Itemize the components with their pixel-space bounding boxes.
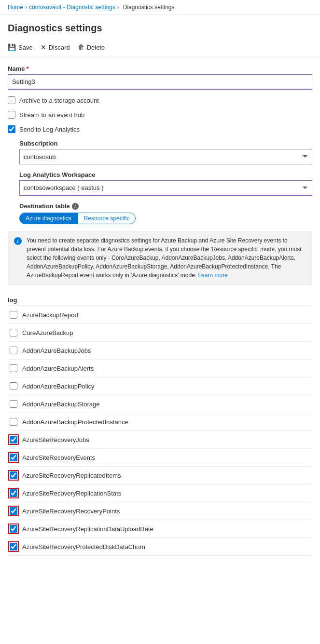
log-label-azuresiterecoveryprotecteddiskdatachurn[interactable]: AzureSiteRecoveryProtectedDiskDataChurn — [22, 543, 145, 550]
log-item: AddonAzureBackupStorage — [8, 395, 312, 413]
log-item: AzureSiteRecoveryReplicationStats — [8, 484, 312, 502]
subscription-dropdown[interactable]: contososub — [19, 149, 312, 164]
log-item: AddonAzureBackupPolicy — [8, 377, 312, 395]
content-area: Name * Archive to a storage account Stre… — [0, 57, 320, 564]
log-item: AzureSiteRecoveryProtectedDiskDataChurn — [8, 538, 312, 556]
log-item: AzureBackupReport — [8, 306, 312, 324]
delete-button[interactable]: 🗑 Delete — [78, 41, 105, 53]
log-item: AzureSiteRecoveryReplicationDataUploadRa… — [8, 520, 312, 538]
log-label-addonazurebackupjobs[interactable]: AddonAzureBackupJobs — [22, 347, 91, 354]
name-label: Name * — [8, 65, 312, 72]
destination-info-icon: i — [72, 203, 79, 210]
log-checkbox-addonazurebackupstorage[interactable] — [10, 400, 17, 408]
breadcrumb-current: Diagnostics settings — [123, 4, 175, 11]
discard-icon: ✕ — [41, 43, 46, 51]
learn-more-link[interactable]: Learn more — [198, 272, 227, 279]
archive-checkbox[interactable] — [8, 96, 15, 104]
log-label-coreazurebackup[interactable]: CoreAzureBackup — [22, 329, 73, 336]
log-item: AddonAzureBackupProtectedInstance — [8, 413, 312, 431]
discard-label: Discard — [49, 44, 70, 51]
resource-specific-toggle[interactable]: Resource specific — [78, 213, 136, 224]
archive-checkbox-row: Archive to a storage account — [8, 96, 312, 104]
breadcrumb-sep2: › — [117, 4, 119, 11]
breadcrumb-vault[interactable]: contosovault - Diagnostic settings — [29, 4, 115, 11]
log-items-container: AzureBackupReportCoreAzureBackupAddonAzu… — [8, 306, 312, 556]
log-label-addonazurebackupstorage[interactable]: AddonAzureBackupStorage — [22, 401, 99, 408]
archive-label[interactable]: Archive to a storage account — [19, 97, 99, 104]
delete-label: Delete — [87, 44, 105, 51]
log-label-azuresiterecoveryrecoverypoints[interactable]: AzureSiteRecoveryRecoveryPoints — [22, 508, 120, 515]
destination-table-group: Destination table i Azure diagnostics Re… — [19, 202, 312, 224]
subscription-field-group: Subscription contososub — [19, 140, 312, 164]
destination-table-label: Destination table i — [19, 202, 312, 210]
info-box-icon: i — [14, 237, 22, 245]
log-label-azuresiterecoveryreplicateditems[interactable]: AzureSiteRecoveryReplicatedItems — [22, 472, 121, 479]
log-checkbox-addonazurebackupjobs[interactable] — [10, 347, 17, 354]
breadcrumb-sep1: › — [25, 4, 27, 11]
log-section-header: log — [8, 293, 312, 306]
save-icon: 💾 — [8, 43, 16, 51]
log-section: log AzureBackupReportCoreAzureBackupAddo… — [8, 293, 312, 556]
log-checkbox-azuresiterecoveryreplicationdatauploadrate[interactable] — [10, 525, 17, 533]
toggle-group: Azure diagnostics Resource specific — [19, 213, 312, 224]
log-checkbox-azuresiterecoveryreplicateditems[interactable] — [10, 471, 17, 479]
log-item: AddonAzureBackupJobs — [8, 342, 312, 360]
log-checkbox-azuresiterecoveryevents[interactable] — [10, 454, 17, 461]
workspace-field-group: Log Analytics Workspace contosoworkspace… — [19, 171, 312, 196]
send-log-analytics-checkbox[interactable] — [8, 125, 15, 133]
log-label-azuresiterecoveryreplicationdatauploadrate[interactable]: AzureSiteRecoveryReplicationDataUploadRa… — [22, 525, 153, 533]
log-item: AddonAzureBackupAlerts — [8, 360, 312, 377]
log-label-azuresiterecoveryevents[interactable]: AzureSiteRecoveryEvents — [22, 454, 95, 461]
log-checkbox-addonazurebackuppolicy[interactable] — [10, 382, 17, 390]
log-checkbox-addonazurebackupalerts[interactable] — [10, 364, 17, 372]
send-log-analytics-label[interactable]: Send to Log Analytics — [19, 126, 80, 133]
log-label-azuresiterecoveryjobs[interactable]: AzureSiteRecoveryJobs — [22, 436, 89, 443]
name-input[interactable] — [8, 74, 312, 90]
log-checkbox-azuresiterecoveryrecoverypoints[interactable] — [10, 507, 17, 515]
log-label-addonazurebackupalerts[interactable]: AddonAzureBackupAlerts — [22, 365, 94, 372]
name-field-group: Name * — [8, 65, 312, 90]
log-item: AzureSiteRecoveryRecoveryPoints — [8, 502, 312, 520]
workspace-dropdown[interactable]: contosoworkspace ( eastus ) — [19, 180, 312, 196]
azure-diagnostics-toggle[interactable]: Azure diagnostics — [19, 213, 78, 224]
page-title: Diagnostics settings — [0, 15, 320, 38]
log-item: AzureSiteRecoveryReplicatedItems — [8, 467, 312, 484]
log-label-azuresiterecoveryreplicationstats[interactable]: AzureSiteRecoveryReplicationStats — [22, 490, 121, 497]
log-label-azurebackupreport[interactable]: AzureBackupReport — [22, 311, 78, 319]
save-button[interactable]: 💾 Save — [8, 41, 33, 53]
save-label: Save — [18, 44, 33, 51]
breadcrumb-home[interactable]: Home — [8, 4, 23, 11]
log-checkbox-azurebackupreport[interactable] — [10, 311, 17, 319]
info-box: i You need to create separate diagnostic… — [8, 231, 312, 285]
log-item: CoreAzureBackup — [8, 324, 312, 342]
stream-checkbox[interactable] — [8, 111, 15, 119]
log-label-addonazurebackuppolicy[interactable]: AddonAzureBackupPolicy — [22, 383, 95, 390]
breadcrumb: Home › contosovault - Diagnostic setting… — [0, 0, 320, 15]
log-checkbox-coreazurebackup[interactable] — [10, 329, 17, 336]
toolbar: 💾 Save ✕ Discard 🗑 Delete — [0, 38, 320, 57]
stream-label[interactable]: Stream to an event hub — [19, 111, 84, 119]
log-item: AzureSiteRecoveryJobs — [8, 431, 312, 449]
info-box-text: You need to create separate diagnostics … — [27, 236, 306, 280]
log-checkbox-addonazurebackupprotectedinstance[interactable] — [10, 418, 17, 426]
discard-button[interactable]: ✕ Discard — [41, 41, 70, 53]
log-label-addonazurebackupprotectedinstance[interactable]: AddonAzureBackupProtectedInstance — [22, 418, 128, 426]
send-log-analytics-checkbox-row: Send to Log Analytics — [8, 125, 312, 133]
log-checkbox-azuresiterecoveryjobs[interactable] — [10, 436, 17, 443]
log-checkbox-azuresiterecoveryprotecteddiskdatachurn[interactable] — [10, 543, 17, 550]
log-checkbox-azuresiterecoveryreplicationstats[interactable] — [10, 489, 17, 497]
delete-icon: 🗑 — [78, 43, 84, 51]
log-item: AzureSiteRecoveryEvents — [8, 449, 312, 467]
subscription-label: Subscription — [19, 140, 312, 147]
required-marker: * — [26, 65, 28, 72]
workspace-label: Log Analytics Workspace — [19, 171, 312, 178]
stream-checkbox-row: Stream to an event hub — [8, 111, 312, 119]
